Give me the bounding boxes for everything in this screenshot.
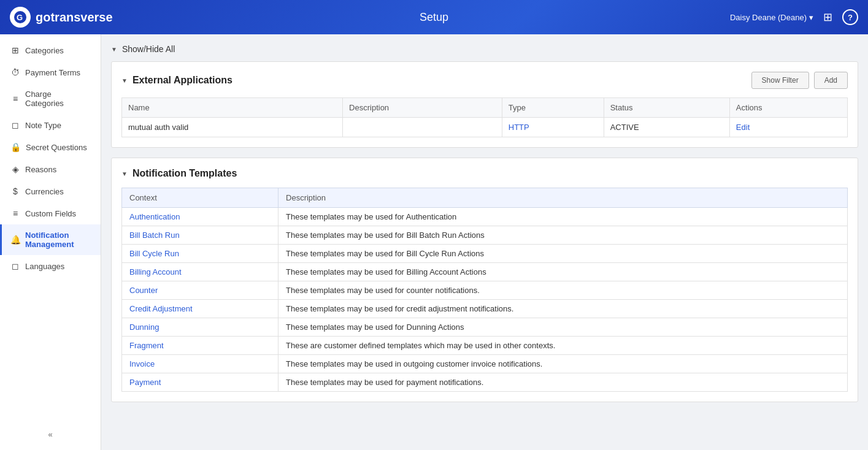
main-content: ▼ Show/Hide All ▼ External Applications … <box>101 34 868 450</box>
sidebar-item-notification-management[interactable]: 🔔 Notification Management <box>0 224 101 255</box>
notif-cell-context[interactable]: Dunning <box>122 318 278 337</box>
show-filter-button[interactable]: Show Filter <box>751 72 809 89</box>
notif-cell-context[interactable]: Authentication <box>122 208 278 226</box>
notification-templates-title-area: ▼ Notification Templates <box>121 168 237 179</box>
notif-table-row: Billing AccountThese templates may be us… <box>122 263 848 281</box>
notif-cell-description: These templates may be used for payment … <box>278 373 848 392</box>
notif-table-header-row: Context Description <box>122 188 848 208</box>
external-applications-title-area: ▼ External Applications <box>121 75 232 86</box>
logo-text: gotransverse <box>36 10 113 25</box>
user-dropdown-arrow: ▾ <box>809 13 813 22</box>
svg-text:G: G <box>17 13 23 22</box>
notif-table-row: AuthenticationThese templates may be use… <box>122 208 848 226</box>
col-status: Status <box>604 98 729 118</box>
show-hide-all-label: Show/Hide All <box>122 44 175 54</box>
body-layout: ⊞ Categories ⏱ Payment Terms ≡ Charge Ca… <box>0 34 868 450</box>
notif-table-row: PaymentThese templates may be used for p… <box>122 373 848 392</box>
external-applications-table: Name Description Type Status Actions mut… <box>121 97 848 137</box>
cell-action: Edit <box>729 118 847 137</box>
categories-icon: ⊞ <box>10 45 20 55</box>
user-menu[interactable]: Daisy Deane (Deane) ▾ <box>730 13 813 22</box>
sidebar-item-categories[interactable]: ⊞ Categories <box>0 39 101 61</box>
notif-templates-collapse-icon[interactable]: ▼ <box>121 170 128 177</box>
sidebar-item-label: Notification Management <box>25 231 92 249</box>
notif-cell-description: These templates may be used for Bill Cyc… <box>278 245 848 263</box>
cell-type: HTTP <box>502 118 604 137</box>
languages-icon: ◻ <box>10 261 20 271</box>
sidebar-item-label: Custom Fields <box>25 209 76 218</box>
sidebar-item-label: Languages <box>25 262 64 271</box>
type-link[interactable]: HTTP <box>509 123 529 132</box>
notif-cell-context[interactable]: Bill Batch Run <box>122 226 278 245</box>
sidebar-item-label: Charge Categories <box>25 90 92 108</box>
note-type-icon: ◻ <box>10 120 20 130</box>
notif-cell-description: These templates may be used for credit a… <box>278 300 848 318</box>
notif-table-row: Bill Cycle RunThese templates may be use… <box>122 245 848 263</box>
table-header-row: Name Description Type Status Actions <box>122 98 848 118</box>
notif-cell-context[interactable]: Fragment <box>122 337 278 355</box>
sidebar-item-custom-fields[interactable]: ≡ Custom Fields <box>0 202 101 224</box>
notif-cell-description: These templates may be used for Billing … <box>278 263 848 281</box>
notif-table-row: FragmentThese are customer defined templ… <box>122 337 848 355</box>
charge-categories-icon: ≡ <box>10 94 20 104</box>
notification-templates-header: ▼ Notification Templates <box>121 168 848 179</box>
notif-cell-context[interactable]: Counter <box>122 281 278 300</box>
notif-cell-description: These templates may be used for counter … <box>278 281 848 300</box>
notif-cell-context[interactable]: Billing Account <box>122 263 278 281</box>
notif-cell-context[interactable]: Invoice <box>122 355 278 373</box>
notif-cell-context[interactable]: Payment <box>122 373 278 392</box>
custom-fields-icon: ≡ <box>10 208 20 218</box>
sidebar-item-currencies[interactable]: $ Currencies <box>0 180 101 202</box>
sidebar-item-languages[interactable]: ◻ Languages <box>0 255 101 277</box>
notif-col-description: Description <box>278 188 848 208</box>
logo[interactable]: G gotransverse <box>10 7 113 28</box>
notification-templates-table: Context Description AuthenticationThese … <box>121 188 848 392</box>
help-icon[interactable]: ? <box>842 9 858 25</box>
reasons-icon: ◈ <box>10 164 20 174</box>
notif-table-row: Credit AdjustmentThese templates may be … <box>122 300 848 318</box>
notification-templates-section: ▼ Notification Templates Context Descrip… <box>111 158 858 402</box>
sidebar-collapse-button[interactable]: « <box>0 424 101 445</box>
sidebar: ⊞ Categories ⏱ Payment Terms ≡ Charge Ca… <box>0 34 101 450</box>
external-applications-title: External Applications <box>133 75 232 86</box>
header-right: Daisy Deane (Deane) ▾ ⊞ ? <box>730 9 858 25</box>
currencies-icon: $ <box>10 186 20 196</box>
cell-name: mutual auth valid <box>122 118 343 137</box>
sidebar-item-reasons[interactable]: ◈ Reasons <box>0 158 101 180</box>
app-header: G gotransverse Setup Daisy Deane (Deane)… <box>0 0 868 34</box>
notif-table-row: DunningThese templates may be used for D… <box>122 318 848 337</box>
table-row: mutual auth valid HTTP ACTIVE Edit <box>122 118 848 137</box>
payment-terms-icon: ⏱ <box>10 67 20 77</box>
external-applications-section: ▼ External Applications Show Filter Add … <box>111 61 858 148</box>
notif-cell-description: These templates may be used in outgoing … <box>278 355 848 373</box>
user-name: Daisy Deane (Deane) <box>730 13 807 22</box>
sidebar-item-payment-terms[interactable]: ⏱ Payment Terms <box>0 61 101 83</box>
sidebar-item-label: Payment Terms <box>25 68 80 77</box>
secret-questions-icon: 🔒 <box>10 142 21 152</box>
sidebar-item-label: Currencies <box>25 187 64 196</box>
notif-cell-description: These templates may be used for Authenti… <box>278 208 848 226</box>
logo-icon: G <box>10 7 31 28</box>
notif-table-row: Bill Batch RunThese templates may be use… <box>122 226 848 245</box>
sidebar-item-note-type[interactable]: ◻ Note Type <box>0 114 101 136</box>
sidebar-item-label: Note Type <box>25 121 61 130</box>
sidebar-item-charge-categories[interactable]: ≡ Charge Categories <box>0 83 101 114</box>
notif-cell-context[interactable]: Credit Adjustment <box>122 300 278 318</box>
external-apps-collapse-icon[interactable]: ▼ <box>121 77 128 84</box>
notification-management-icon: 🔔 <box>10 235 20 245</box>
col-type: Type <box>502 98 604 118</box>
sidebar-item-label: Secret Questions <box>26 143 87 152</box>
edit-link[interactable]: Edit <box>736 123 750 132</box>
col-description: Description <box>343 98 502 118</box>
notif-cell-context[interactable]: Bill Cycle Run <box>122 245 278 263</box>
external-applications-header: ▼ External Applications Show Filter Add <box>121 72 848 89</box>
show-hide-all[interactable]: ▼ Show/Hide All <box>111 44 858 54</box>
add-button[interactable]: Add <box>814 72 848 89</box>
cell-description <box>343 118 502 137</box>
sidebar-item-secret-questions[interactable]: 🔒 Secret Questions <box>0 136 101 158</box>
notif-cell-description: These templates may be used for Bill Bat… <box>278 226 848 245</box>
col-actions: Actions <box>729 98 847 118</box>
apps-grid-icon[interactable]: ⊞ <box>823 10 832 24</box>
notif-table-row: CounterThese templates may be used for c… <box>122 281 848 300</box>
external-applications-actions: Show Filter Add <box>751 72 848 89</box>
